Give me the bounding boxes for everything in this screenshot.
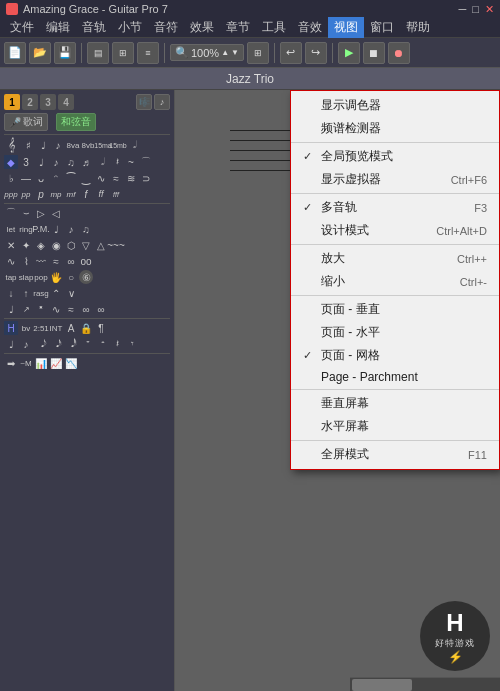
menu-effects[interactable]: 效果 [184,17,220,38]
sym-dash5[interactable]: 𝅗𝅥 [94,155,108,169]
sym-g1[interactable]: let [4,222,18,236]
sym-f[interactable]: f [79,187,93,201]
sym-a4[interactable]: ⌃ [49,286,63,300]
menu-item-page-grid[interactable]: ✓ 页面 - 网格 [291,344,499,367]
scrollbar-thumb[interactable] [352,679,412,691]
track-num-4[interactable]: 4 [58,94,74,110]
sym-sharp[interactable]: ♯ [21,138,35,152]
undo-button[interactable]: ↩ [280,42,302,64]
menu-item-horizontal-screen[interactable]: 水平屏幕 [291,415,499,438]
sym-note2[interactable]: ♪ [51,138,65,152]
track-num-3[interactable]: 3 [40,94,56,110]
sym-a3[interactable]: rasg [34,286,48,300]
sym-x8[interactable]: ~~~ [109,238,123,252]
sym-n3[interactable]: ↗ [19,302,33,316]
sym-n6[interactable]: ≈ [64,302,78,316]
sym-g5[interactable]: ♪ [64,222,78,236]
sym-n2[interactable]: ♩ [4,302,18,316]
sym-w1[interactable]: ∿ [4,254,18,268]
sym-t1[interactable]: ᴗ [34,171,48,185]
sym-n5[interactable]: ∿ [49,302,63,316]
sym-3[interactable]: 3 [19,155,33,169]
sym-l3[interactable]: 2:51 [34,321,48,335]
sym-w5[interactable]: ∞ [64,254,78,268]
sym-g4[interactable]: ♩ [49,222,63,236]
sym-dash3[interactable]: ♫ [64,155,78,169]
sym-fff[interactable]: fff [109,187,123,201]
sym-w6[interactable]: oo [79,254,93,268]
menu-item-vertical-screen[interactable]: 垂直屏幕 [291,392,499,415]
track-ctrl-b[interactable]: ♪ [154,94,170,110]
sym-eq3[interactable]: 📊 [34,356,48,370]
minimize-btn[interactable]: ─ [459,3,467,16]
menu-chapter[interactable]: 章节 [220,17,256,38]
menu-note[interactable]: 音符 [148,17,184,38]
sym-g3[interactable]: P.M. [34,222,48,236]
menu-item-color-picker[interactable]: 显示调色器 [291,94,499,117]
sym-g2[interactable]: ring [19,222,33,236]
sym-eq5[interactable]: 📉 [64,356,78,370]
sym-note1[interactable]: ♩ [36,138,50,152]
sym-b1[interactable]: ♭ [4,171,18,185]
sym-t5[interactable]: ∿ [94,171,108,185]
menu-window[interactable]: 窗口 [364,17,400,38]
close-btn[interactable]: ✕ [485,3,494,16]
sym-m8[interactable]: 𝄽 [109,337,123,351]
sym-m4[interactable]: 𝅘𝅥𝅯 [49,337,63,351]
sym-m9[interactable]: 𝄾 [124,337,138,351]
view-btn3[interactable]: ≡ [137,42,159,64]
menu-item-design-mode[interactable]: 设计模式 Ctrl+Alt+D [291,219,499,242]
menu-measure[interactable]: 小节 [112,17,148,38]
sym-arr4[interactable]: ◁ [49,206,63,220]
sym-t8[interactable]: ⊃ [139,171,153,185]
chord-button[interactable]: 和弦音 [56,113,96,131]
sym-m3[interactable]: 𝅘𝅥𝅮 [34,337,48,351]
sym-a5[interactable]: ∨ [64,286,78,300]
sym-x6[interactable]: ▽ [79,238,93,252]
sym-a2[interactable]: ↑ [19,286,33,300]
sym-w3[interactable]: 〰 [34,254,48,268]
sym-n4[interactable]: 𝄺 [34,302,48,316]
sym-m1[interactable]: ♩ [4,337,18,351]
sym-t4[interactable]: ‿ [79,171,93,185]
horizontal-scrollbar[interactable] [350,677,500,691]
play-button[interactable]: ▶ [338,42,360,64]
sym-dash1[interactable]: ♩ [34,155,48,169]
sym-w4[interactable]: ≈ [49,254,63,268]
sym-p[interactable]: p [34,187,48,201]
sym-slap[interactable]: slap [19,270,33,284]
open-button[interactable]: 📂 [29,42,51,64]
sym-pop[interactable]: pop [34,270,48,284]
sym-t7[interactable]: ≋ [124,171,138,185]
sym-8vb[interactable]: 8vb [81,138,95,152]
track-ctrl-a[interactable]: 🎼 [136,94,152,110]
sym-blue-1[interactable]: ◆ [4,155,18,169]
sym-ff[interactable]: ff [94,187,108,201]
track-num-1[interactable]: 1 [4,94,20,110]
track-num-2[interactable]: 2 [22,94,38,110]
view-btn1[interactable]: ▤ [87,42,109,64]
sym-arr3[interactable]: ▷ [34,206,48,220]
sym-dash7[interactable]: ~ [124,155,138,169]
sym-x1[interactable]: ✕ [4,238,18,252]
sym-l7[interactable]: ¶ [94,321,108,335]
maximize-btn[interactable]: □ [472,3,479,16]
menu-file[interactable]: 文件 [4,17,40,38]
sym-dash4[interactable]: ♬ [79,155,93,169]
sym-n8[interactable]: ∞ [94,302,108,316]
sym-t6[interactable]: ≈ [109,171,123,185]
sym-m5[interactable]: 𝅘𝅥𝅰 [64,337,78,351]
menu-item-page-parchment[interactable]: Page - Parchment [291,367,499,387]
sym-l2[interactable]: bv [19,321,33,335]
sym-n7[interactable]: ∞ [79,302,93,316]
menu-view[interactable]: 视图 [328,17,364,38]
sym-dash8[interactable]: ⌒ [139,155,153,169]
sym-15ma[interactable]: 15ma [96,138,110,152]
menu-edit[interactable]: 编辑 [40,17,76,38]
menu-help[interactable]: 帮助 [400,17,436,38]
sym-n1[interactable]: — [19,171,33,185]
sym-x7[interactable]: △ [94,238,108,252]
sym-g6[interactable]: ♫ [79,222,93,236]
menu-item-page-vertical[interactable]: 页面 - 垂直 [291,298,499,321]
sym-l1[interactable]: H [4,321,18,335]
